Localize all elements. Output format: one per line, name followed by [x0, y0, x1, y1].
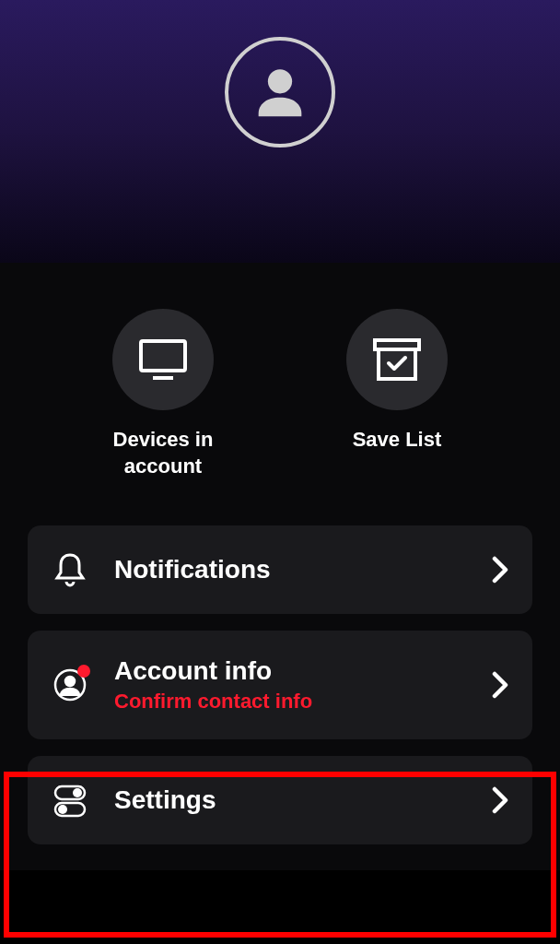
settings-list: Notifications Account info Confirm conta…: [28, 525, 532, 870]
svg-point-0: [268, 69, 292, 93]
main-content: Devices in account Save List: [0, 263, 560, 870]
svg-point-8: [73, 788, 82, 797]
save-list-button[interactable]: Save List: [314, 309, 480, 479]
account-info-item[interactable]: Account info Confirm contact info: [28, 631, 532, 739]
account-info-subtitle: Confirm contact info: [114, 690, 466, 714]
notifications-title: Notifications: [114, 555, 466, 584]
toggles-icon: [53, 783, 87, 818]
save-list-label: Save List: [353, 427, 442, 454]
account-info-title: Account info: [114, 656, 466, 686]
quick-actions-row: Devices in account Save List: [28, 281, 532, 525]
chevron-right-icon: [492, 786, 508, 814]
settings-title: Settings: [114, 785, 466, 815]
svg-point-6: [65, 677, 75, 686]
person-icon: [248, 60, 312, 124]
settings-item[interactable]: Settings: [28, 756, 532, 844]
devices-icon-circle: [112, 309, 214, 410]
chevron-right-icon: [492, 671, 508, 699]
devices-button[interactable]: Devices in account: [80, 309, 246, 479]
archive-check-icon: [372, 337, 422, 382]
monitor-icon: [138, 338, 188, 381]
bell-icon: [54, 552, 86, 587]
save-list-icon-circle: [346, 309, 448, 410]
alert-badge: [77, 665, 90, 678]
devices-label: Devices in account: [80, 427, 246, 479]
svg-point-10: [58, 805, 67, 814]
notifications-item[interactable]: Notifications: [28, 525, 532, 614]
profile-header: [0, 0, 560, 263]
svg-rect-1: [141, 341, 185, 371]
avatar[interactable]: [225, 37, 335, 148]
chevron-right-icon: [492, 556, 508, 584]
